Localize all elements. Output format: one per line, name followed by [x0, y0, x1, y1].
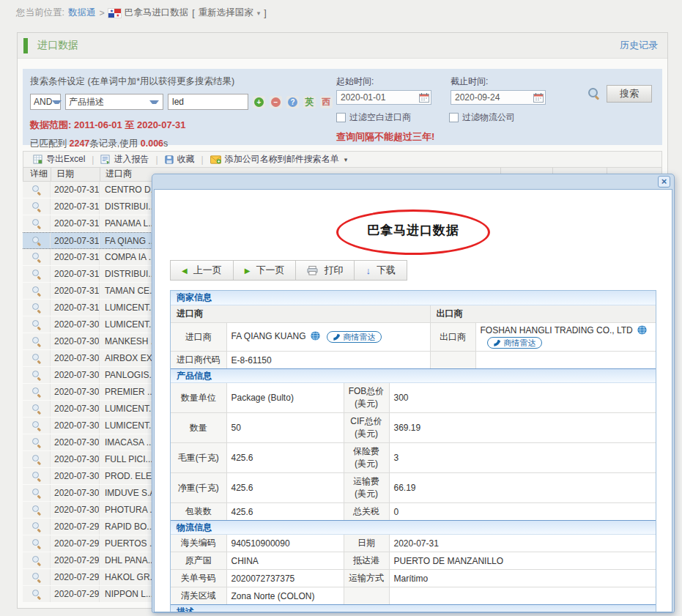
magnifier-icon[interactable] — [32, 219, 41, 228]
row-detail-cell[interactable] — [23, 401, 51, 417]
row-detail-cell[interactable] — [23, 182, 51, 198]
row-detail-cell[interactable] — [23, 300, 51, 316]
magnifier-icon[interactable] — [32, 539, 41, 548]
row-detail-cell[interactable] — [23, 316, 51, 333]
bool-operator-select[interactable]: AND — [30, 94, 61, 110]
prev-page-button[interactable]: ◀ 上一页 — [171, 261, 234, 280]
magnifier-icon[interactable] — [32, 354, 41, 363]
next-page-button[interactable]: ▶ 下一页 — [234, 261, 297, 280]
row-detail-cell[interactable] — [23, 434, 51, 450]
row-detail-cell[interactable] — [23, 519, 51, 535]
history-link[interactable]: 历史记录 — [620, 39, 658, 52]
row-detail-cell[interactable] — [23, 333, 51, 349]
end-date-input[interactable]: 2020-09-24 — [451, 90, 546, 105]
print-button[interactable]: 打印 — [296, 261, 355, 280]
close-icon[interactable]: × — [658, 176, 670, 188]
chevron-down-icon — [149, 100, 159, 104]
start-date-input[interactable]: 2020-01-01 — [336, 90, 431, 105]
magnifier-icon[interactable] — [32, 556, 41, 565]
row-detail-cell[interactable] — [23, 233, 51, 248]
row-detail-cell[interactable] — [23, 535, 51, 552]
magnifier-icon[interactable] — [32, 253, 41, 261]
calendar-icon[interactable] — [419, 93, 429, 103]
magnifier-icon[interactable] — [32, 185, 41, 194]
favorite-button[interactable]: 收藏 — [165, 153, 195, 166]
row-detail-cell[interactable] — [23, 367, 51, 383]
filter-blank-importer-checkbox[interactable]: 过滤空白进口商 — [336, 111, 411, 124]
magnifier-icon[interactable] — [32, 270, 41, 278]
magnifier-icon[interactable] — [32, 590, 41, 598]
sub-header: 出口商 — [430, 305, 656, 323]
magnifier-icon[interactable] — [32, 455, 41, 464]
row-detail-cell[interactable] — [23, 552, 51, 568]
lang-english-button[interactable]: 英 — [303, 96, 316, 108]
magnifier-icon[interactable] — [32, 286, 41, 295]
row-detail-cell[interactable] — [23, 502, 51, 518]
magnifier-icon[interactable] — [32, 371, 41, 379]
radar-badge[interactable]: 商情雷达 — [487, 337, 542, 349]
lang-spanish-button[interactable]: 西 — [320, 96, 333, 108]
row-detail-cell[interactable] — [23, 451, 51, 467]
magnifier-icon[interactable] — [32, 522, 41, 531]
magnifier-icon[interactable] — [32, 489, 41, 497]
row-date: 2020-07-31 — [51, 283, 100, 299]
breadcrumb-home-link[interactable]: 数据通 — [68, 7, 96, 19]
breadcrumb: 您当前位置: 数据通 > ★★ 巴拿马进口数据 [ 重新选择国家 ▾ ] — [16, 7, 267, 19]
remove-condition-button[interactable]: − — [270, 96, 282, 108]
row-detail-cell[interactable] — [23, 586, 51, 602]
globe-icon[interactable] — [637, 325, 647, 337]
modal-titlebar[interactable]: × — [154, 174, 672, 189]
calendar-icon[interactable] — [533, 93, 544, 103]
column-header-date[interactable]: 日期 — [51, 168, 100, 181]
row-detail-cell[interactable] — [23, 418, 51, 434]
row-detail-cell[interactable] — [23, 384, 51, 400]
add-condition-button[interactable]: + — [253, 96, 265, 108]
row-detail-cell[interactable] — [23, 283, 51, 299]
search-button[interactable]: 搜索 — [607, 85, 652, 103]
radar-badge[interactable]: 商情雷达 — [327, 331, 382, 343]
magnifier-icon[interactable] — [32, 404, 41, 413]
enter-report-button[interactable]: 进入报告 — [100, 153, 149, 166]
row-detail-cell[interactable] — [23, 350, 51, 366]
row-date: 2020-07-29 — [51, 552, 100, 568]
magnifier-icon[interactable] — [32, 320, 41, 329]
keyword-input[interactable] — [168, 94, 248, 110]
filter-logistics-checkbox[interactable]: 过滤物流公司 — [449, 111, 515, 124]
magnifier-icon[interactable] — [32, 472, 41, 480]
checkbox-icon[interactable] — [336, 113, 346, 122]
field-label: FOB总价(美元) — [344, 383, 389, 413]
reselect-country-link[interactable]: 重新选择国家 — [199, 7, 253, 19]
row-detail-cell[interactable] — [23, 198, 51, 215]
field-value: Marítimo — [389, 570, 656, 587]
match-prefix: 已匹配到 — [30, 138, 69, 149]
field-label: 出口商 — [430, 323, 475, 352]
magnifier-icon[interactable] — [32, 237, 41, 245]
row-detail-cell[interactable] — [23, 468, 51, 484]
export-excel-button[interactable]: 导出Excel — [33, 153, 85, 166]
magnifier-icon[interactable] — [32, 438, 41, 447]
magnifier-icon[interactable] — [32, 421, 41, 430]
row-detail-cell[interactable] — [23, 266, 51, 282]
field-value: 0 — [389, 503, 656, 521]
row-detail-cell[interactable] — [23, 569, 51, 585]
column-header-detail[interactable]: 详细 — [23, 168, 51, 181]
row-date: 2020-07-29 — [51, 569, 100, 585]
search-field-select[interactable]: 产品描述 — [65, 94, 163, 110]
magnifier-icon[interactable] — [32, 573, 41, 582]
add-mail-list-button[interactable]: 添加公司名称到邮件搜索名单 ▾ — [210, 153, 348, 166]
row-date: 2020-07-29 — [51, 586, 100, 602]
checkbox-icon[interactable] — [449, 113, 459, 122]
download-button[interactable]: ↓ 下载 — [355, 261, 407, 280]
globe-icon[interactable] — [311, 331, 320, 343]
chevron-down-icon[interactable]: ▾ — [257, 10, 261, 17]
magnifier-icon[interactable] — [32, 505, 41, 514]
radar-badge-label: 商情雷达 — [344, 332, 376, 343]
row-detail-cell[interactable] — [23, 249, 51, 265]
magnifier-icon[interactable] — [32, 303, 41, 312]
row-detail-cell[interactable] — [23, 485, 51, 501]
row-detail-cell[interactable] — [23, 215, 51, 231]
magnifier-icon[interactable] — [32, 202, 41, 211]
magnifier-icon[interactable] — [32, 337, 41, 346]
help-button[interactable]: ? — [286, 96, 299, 108]
magnifier-icon[interactable] — [32, 387, 41, 396]
